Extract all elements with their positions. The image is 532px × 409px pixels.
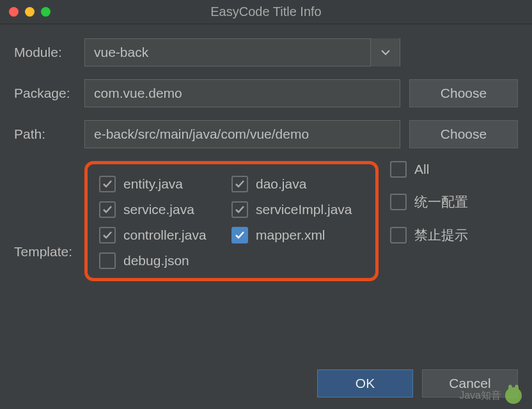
minimize-icon[interactable] (25, 7, 35, 17)
checkbox-icon[interactable] (390, 194, 407, 210)
package-row: Package: com.vue.demo Choose (14, 79, 518, 107)
module-value: vue-back (94, 45, 148, 60)
template-label: Template: (14, 244, 84, 259)
template-item[interactable]: service.java (99, 201, 231, 218)
module-label: Module: (14, 45, 84, 60)
template-item[interactable]: entity.java (99, 176, 231, 192)
template-item[interactable]: dao.java (231, 176, 364, 192)
checkbox-icon[interactable] (99, 227, 116, 243)
path-label: Path: (14, 127, 84, 142)
package-label: Package: (14, 86, 84, 101)
checkbox-icon[interactable] (231, 176, 248, 192)
template-row: controller.javamapper.xml (99, 227, 364, 243)
template-row: Template: entity.javadao.javaservice.jav… (14, 161, 518, 281)
dialog-footer: OK Cancel (317, 369, 518, 397)
checkbox-icon[interactable] (390, 227, 407, 243)
chevron-down-icon (381, 49, 390, 56)
dropdown-button[interactable] (370, 38, 400, 66)
side-options: All统一配置禁止提示 (390, 161, 468, 259)
checkbox-label: All (414, 162, 429, 177)
checkbox-icon[interactable] (231, 201, 248, 218)
window-title: EasyCode Title Info (0, 4, 532, 19)
checkbox-label: entity.java (123, 176, 183, 192)
checkbox-icon[interactable] (99, 176, 116, 192)
checkbox-icon[interactable] (99, 252, 116, 269)
package-value: com.vue.demo (94, 86, 182, 101)
checkbox-label: mapper.xml (256, 228, 325, 243)
path-input[interactable]: e-back/src/main/java/com/vue/demo (84, 120, 400, 148)
checkbox-label: 禁止提示 (414, 226, 468, 244)
checkbox-label: debug.json (123, 253, 189, 268)
choose-package-button[interactable]: Choose (409, 79, 518, 107)
checkbox-label: controller.java (123, 228, 207, 243)
side-option-item[interactable]: All (390, 161, 468, 178)
module-row: Module: vue-back (14, 38, 518, 66)
module-select[interactable]: vue-back (84, 38, 400, 66)
choose-path-button[interactable]: Choose (409, 120, 518, 148)
template-row: debug.json (99, 252, 364, 269)
side-option-item[interactable]: 禁止提示 (390, 226, 468, 244)
template-checkbox-group: entity.javadao.javaservice.javaserviceIm… (84, 161, 379, 281)
path-value: e-back/src/main/java/com/vue/demo (94, 127, 309, 142)
side-option-item[interactable]: 统一配置 (390, 193, 468, 211)
checkbox-label: serviceImpl.java (256, 202, 352, 217)
traffic-lights (9, 7, 51, 17)
checkbox-label: dao.java (256, 176, 306, 192)
checkbox-icon[interactable] (390, 161, 407, 178)
template-row: service.javaserviceImpl.java (99, 201, 364, 218)
template-row: entity.javadao.java (99, 176, 364, 192)
template-item[interactable]: debug.json (99, 252, 237, 269)
checkbox-icon[interactable] (99, 201, 116, 218)
maximize-icon[interactable] (41, 7, 51, 17)
checkbox-label: 统一配置 (414, 193, 468, 211)
checkbox-icon[interactable] (231, 227, 248, 243)
titlebar: EasyCode Title Info (0, 0, 532, 24)
template-item[interactable]: mapper.xml (231, 227, 364, 243)
package-input[interactable]: com.vue.demo (84, 79, 400, 107)
cancel-button[interactable]: Cancel (422, 369, 518, 397)
template-item[interactable]: controller.java (99, 227, 231, 243)
template-item[interactable]: serviceImpl.java (231, 201, 364, 218)
ok-button[interactable]: OK (317, 369, 413, 397)
path-row: Path: e-back/src/main/java/com/vue/demo … (14, 120, 518, 148)
checkbox-label: service.java (123, 202, 194, 217)
close-icon[interactable] (9, 7, 19, 17)
dialog-content: Module: vue-back Package: com.vue.demo C… (0, 24, 532, 281)
